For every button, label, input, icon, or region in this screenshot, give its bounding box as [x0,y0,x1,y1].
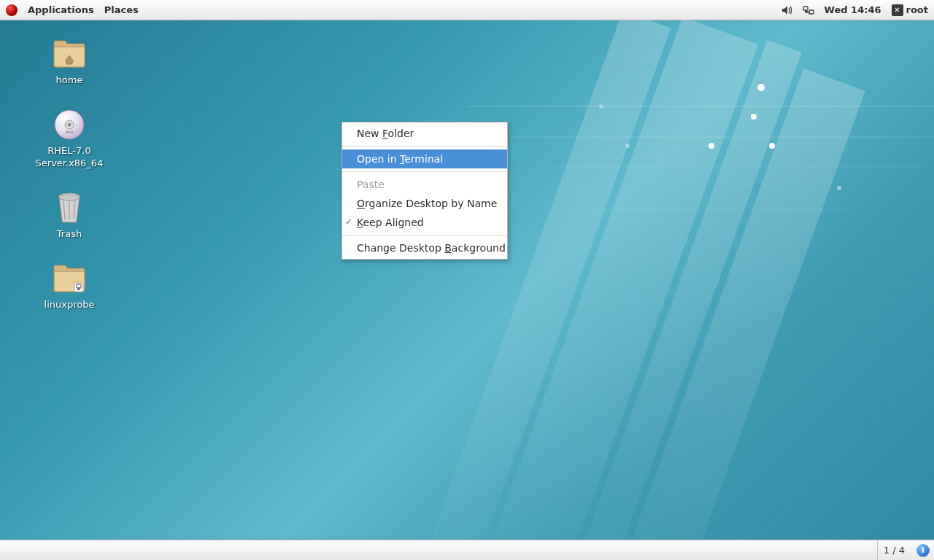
desktop-icon-disc[interactable]: DVD RHEL-7.0 Server.x86_64 [15,109,124,170]
desktop-icon-label: home [56,74,83,87]
ctx-label-post: rganize Desktop by Name [365,198,497,209]
user-menu[interactable]: ✕ root [892,4,929,16]
bottom-panel: 1 / 4 i [0,540,934,560]
user-badge-icon: ✕ [892,4,903,16]
clock[interactable]: Wed 14:46 [825,4,881,15]
ctx-label-mnemonic: B [444,242,452,254]
ctx-separator [342,146,507,147]
ctx-label-pre: Change Desktop [357,242,444,254]
ctx-label-mnemonic: O [357,198,365,209]
redhat-icon [6,4,18,16]
folder-icon [52,262,87,295]
desktop-icon-linuxprobe[interactable]: linuxprobe [15,262,124,311]
user-label: root [906,4,929,15]
desktop-icon-trash[interactable]: Trash [15,192,124,241]
ctx-paste: Paste [342,175,507,194]
svg-point-15 [769,143,775,149]
ctx-label-post: eep Aligned [363,217,423,228]
desktop-icon-label: RHEL-7.0 Server.x86_64 [18,145,120,170]
ctx-label-pre: New [357,128,382,139]
ctx-open-terminal[interactable]: Open in Terminal [342,149,507,168]
desktop-context-menu: New Folder Open in Terminal Paste Organi… [341,122,508,260]
ctx-label-pre: Open in [357,153,400,165]
ctx-label-post: erminal [404,153,443,165]
svg-point-19 [68,122,72,126]
desktop-icon-label: Trash [57,228,82,241]
svg-point-10 [599,104,603,109]
disc-icon: DVD [52,109,87,141]
notification-icon[interactable]: i [916,544,930,557]
top-panel: Applications Places Wed 14:46 ✕ root [0,0,934,20]
desktop[interactable]: home DVD RHEL-7 [0,20,934,540]
network-icon[interactable] [803,4,814,16]
desktop-icon-label: linuxprobe [45,299,95,311]
wallpaper-art [0,20,934,540]
desktop-icons: home DVD RHEL-7 [15,38,124,311]
ctx-organize[interactable]: Organize Desktop by Name [342,194,507,213]
svg-point-12 [751,114,757,120]
distro-menu[interactable] [6,4,18,16]
ctx-change-background[interactable]: Change Desktop Background [342,238,507,257]
ctx-label-post: ackground [452,242,506,254]
desktop-icon-home[interactable]: home [15,38,124,87]
workspace-label: 1 / 4 [884,545,905,556]
svg-point-14 [625,144,630,148]
svg-point-16 [837,186,841,190]
panel-right: Wed 14:46 ✕ root [781,4,928,16]
svg-rect-5 [579,69,865,540]
ctx-keep-aligned[interactable]: Keep Aligned [342,213,507,232]
ctx-separator [342,235,507,236]
svg-point-11 [757,84,765,91]
places-menu[interactable]: Places [104,4,139,15]
home-folder-icon [52,38,87,70]
svg-rect-4 [543,40,802,540]
workspace-switcher[interactable]: 1 / 4 [877,540,911,560]
svg-rect-0 [803,7,808,10]
svg-rect-1 [809,10,814,14]
svg-point-25 [59,195,80,201]
svg-rect-3 [458,20,758,540]
ctx-label-post: aste [363,179,385,190]
svg-rect-2 [398,20,671,540]
svg-point-13 [709,143,714,149]
svg-rect-28 [77,287,80,290]
applications-menu[interactable]: Applications [28,4,94,15]
panel-left: Applications Places [6,4,139,16]
sound-icon[interactable] [781,4,792,16]
svg-text:DVD: DVD [65,130,73,134]
trash-icon [52,192,87,224]
ctx-new-folder[interactable]: New Folder [342,124,507,143]
ctx-label-mnemonic: F [382,128,388,139]
ctx-label-mnemonic: P [357,179,363,190]
ctx-separator [342,171,507,172]
ctx-label-post: older [388,128,414,139]
